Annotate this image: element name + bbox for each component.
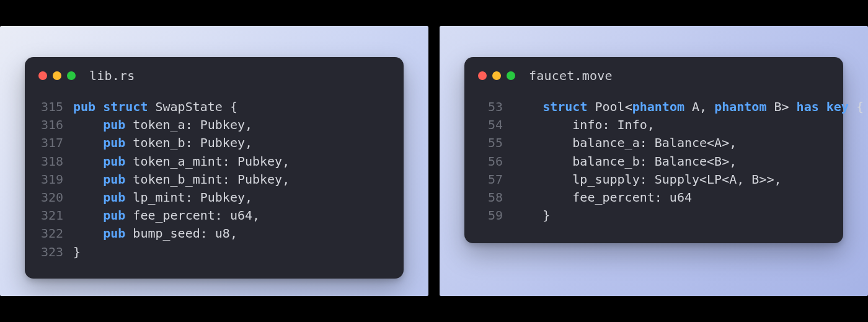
- filename-left: lib.rs: [89, 68, 135, 83]
- traffic-lights: [478, 71, 515, 80]
- line-number: 58: [479, 189, 513, 207]
- line-number: 317: [40, 134, 73, 152]
- titlebar-right: faucet.move: [464, 57, 843, 87]
- line-number: 319: [40, 171, 73, 189]
- code-line: 54 info: Info,: [479, 116, 828, 134]
- close-icon: [38, 71, 47, 80]
- code-line: 56 balance_b: Balance<B>,: [479, 153, 828, 171]
- code-text: balance_a: Balance<A>,: [513, 134, 828, 152]
- code-line: 321 pub fee_percent: u64,: [40, 207, 389, 225]
- line-number: 54: [479, 116, 513, 134]
- code-text: pub token_a: Pubkey,: [73, 116, 389, 134]
- letterbox-top: [0, 0, 868, 26]
- code-text: pub token_b: Pubkey,: [73, 134, 389, 152]
- code-line: 58 fee_percent: u64: [479, 189, 828, 207]
- line-number: 53: [479, 98, 513, 116]
- code-line: 316 pub token_a: Pubkey,: [40, 116, 389, 134]
- code-text: info: Info,: [513, 116, 828, 134]
- line-number: 56: [479, 153, 513, 171]
- line-number: 323: [40, 243, 73, 261]
- code-text: lp_supply: Supply<LP<A, B>>,: [513, 171, 828, 189]
- code-window-left: lib.rs 315pub struct SwapState {316 pub …: [25, 57, 404, 279]
- maximize-icon: [507, 71, 515, 80]
- code-line: 318 pub token_a_mint: Pubkey,: [40, 153, 389, 171]
- line-number: 55: [479, 134, 513, 152]
- code-line: 53 struct Pool<phantom A, phantom B> has…: [479, 98, 828, 116]
- code-text: pub struct SwapState {: [73, 98, 389, 116]
- code-text: }: [513, 207, 828, 225]
- code-line: 315pub struct SwapState {: [40, 98, 389, 116]
- code-line: 319 pub token_b_mint: Pubkey,: [40, 171, 389, 189]
- filename-right: faucet.move: [529, 68, 613, 83]
- code-line: 317 pub token_b: Pubkey,: [40, 134, 389, 152]
- code-text: fee_percent: u64: [513, 189, 828, 207]
- line-number: 318: [40, 153, 73, 171]
- line-number: 320: [40, 189, 73, 207]
- maximize-icon: [67, 71, 76, 80]
- code-window-right: faucet.move 53 struct Pool<phantom A, ph…: [464, 57, 843, 243]
- code-text: pub lp_mint: Pubkey,: [73, 189, 389, 207]
- line-number: 315: [40, 98, 73, 116]
- line-number: 59: [479, 207, 513, 225]
- traffic-lights: [38, 71, 76, 80]
- panel-left: lib.rs 315pub struct SwapState {316 pub …: [0, 26, 428, 296]
- code-text: pub token_a_mint: Pubkey,: [73, 153, 389, 171]
- code-text: }: [73, 243, 389, 261]
- code-text: pub bump_seed: u8,: [73, 225, 389, 243]
- code-line: 55 balance_a: Balance<A>,: [479, 134, 828, 152]
- code-body-left: 315pub struct SwapState {316 pub token_a…: [25, 87, 404, 279]
- minimize-icon: [53, 71, 61, 80]
- code-text: pub token_b_mint: Pubkey,: [73, 171, 389, 189]
- code-line: 322 pub bump_seed: u8,: [40, 225, 389, 243]
- line-number: 316: [40, 116, 73, 134]
- code-line: 323}: [40, 243, 389, 261]
- code-line: 57 lp_supply: Supply<LP<A, B>>,: [479, 171, 828, 189]
- letterbox-bottom: [0, 296, 868, 322]
- code-body-right: 53 struct Pool<phantom A, phantom B> has…: [464, 87, 843, 242]
- line-number: 57: [479, 171, 513, 189]
- code-line: 320 pub lp_mint: Pubkey,: [40, 189, 389, 207]
- line-number: 321: [40, 207, 73, 225]
- line-number: 322: [40, 225, 73, 243]
- panel-right: faucet.move 53 struct Pool<phantom A, ph…: [440, 26, 868, 296]
- code-text: balance_b: Balance<B>,: [513, 153, 828, 171]
- code-text: pub fee_percent: u64,: [73, 207, 389, 225]
- stage: lib.rs 315pub struct SwapState {316 pub …: [0, 26, 868, 296]
- code-line: 59 }: [479, 207, 828, 225]
- code-text: struct Pool<phantom A, phantom B> has ke…: [513, 98, 864, 116]
- minimize-icon: [492, 71, 501, 80]
- titlebar-left: lib.rs: [25, 57, 404, 87]
- close-icon: [478, 71, 487, 80]
